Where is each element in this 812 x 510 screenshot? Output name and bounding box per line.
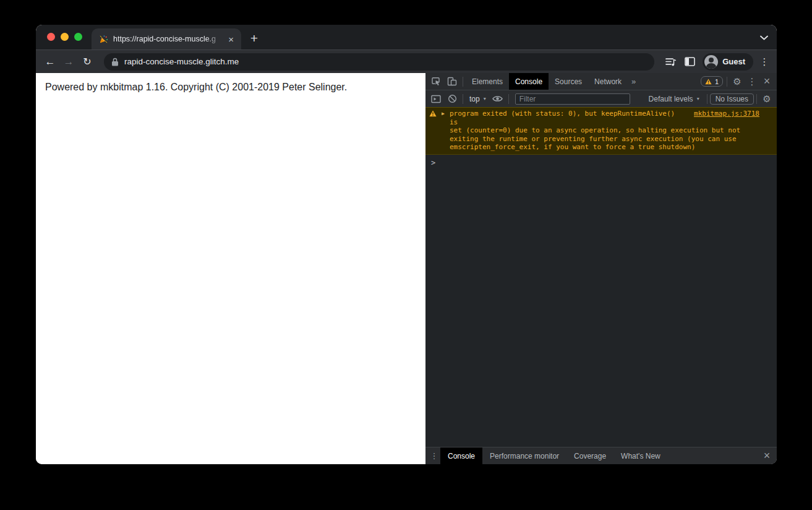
back-button[interactable]: ← (41, 53, 59, 71)
side-panel-icon[interactable] (680, 53, 699, 71)
divider (756, 94, 757, 104)
devtools-drawer: ⋮ Console Performance monitor Coverage W… (425, 447, 777, 464)
divider (463, 77, 463, 87)
log-levels-label: Default levels (649, 95, 693, 103)
forward-button[interactable]: → (59, 53, 78, 71)
warning-line: emscripten_force_exit, if you want to fo… (450, 143, 772, 152)
warning-count: 1 (715, 78, 719, 85)
lock-icon[interactable] (111, 58, 119, 66)
clear-console-icon[interactable] (444, 91, 460, 107)
tab-network[interactable]: Network (588, 73, 628, 90)
drawer-tab-console[interactable]: Console (440, 447, 482, 464)
browser-tab[interactable]: https://rapid-concise-muscle.g × (92, 28, 241, 50)
divider (707, 94, 707, 104)
console-prompt[interactable]: > (425, 155, 777, 166)
console-settings-gear-icon[interactable]: ⚙ (759, 91, 774, 107)
tab-sources[interactable]: Sources (549, 73, 588, 90)
devtools-panel: Elements Console Sources Network » 1 ⚙ ⋮ (425, 73, 777, 464)
warning-line: program exited (with status: 0), but kee… (450, 110, 686, 126)
close-window-button[interactable] (47, 33, 55, 41)
source-location-link[interactable]: mkbitmap.js:3718 (686, 110, 759, 126)
context-selector[interactable]: top ▾ (466, 95, 490, 103)
no-issues-button[interactable]: No Issues (710, 93, 754, 105)
reload-button[interactable]: ↻ (78, 53, 96, 71)
web-page: Powered by mkbitmap 1.16. Copyright (C) … (36, 73, 425, 464)
console-sidebar-icon[interactable] (428, 91, 444, 107)
warning-line: set (counter=0) due to an async operatio… (450, 126, 772, 135)
divider (508, 94, 509, 104)
console-filter-input[interactable] (515, 93, 630, 105)
warning-line: exiting the runtime or preventing furthe… (450, 135, 772, 144)
live-expression-eye-icon[interactable] (490, 91, 506, 107)
tab-strip-chevron-down-icon[interactable] (757, 31, 771, 45)
warning-text: ▶ program exited (with status: 0), but k… (442, 110, 772, 152)
drawer-tab-performance-monitor[interactable]: Performance monitor (482, 447, 566, 464)
tab-strip: https://rapid-concise-muscle.g × + (36, 25, 777, 50)
drawer-tab-coverage[interactable]: Coverage (566, 447, 613, 464)
address-bar[interactable]: rapid-concise-muscle.glitch.me (104, 53, 654, 71)
tab-close-icon[interactable]: × (226, 33, 236, 45)
drawer-close-icon[interactable]: × (759, 448, 774, 464)
chevron-down-icon: ▾ (484, 96, 486, 102)
tab-elements[interactable]: Elements (466, 73, 509, 90)
url-text: rapid-concise-muscle.glitch.me (124, 57, 239, 66)
device-toolbar-icon[interactable] (444, 74, 460, 90)
devtools-close-icon[interactable]: × (759, 74, 774, 90)
devtools-tabbar: Elements Console Sources Network » 1 ⚙ ⋮ (425, 73, 777, 90)
drawer-tab-whats-new[interactable]: What's New (613, 447, 668, 464)
inspect-element-icon[interactable] (428, 74, 444, 90)
warning-triangle-icon (705, 79, 712, 85)
divider (727, 77, 727, 87)
devtools-menu-icon[interactable]: ⋮ (745, 74, 759, 90)
console-toolbar: top ▾ Default levels ▾ No Issues (425, 90, 777, 107)
minimize-window-button[interactable] (61, 33, 69, 41)
media-controls-icon[interactable] (662, 53, 680, 71)
new-tab-button[interactable]: + (246, 30, 263, 47)
browser-menu-icon[interactable]: ⋮ (757, 56, 772, 67)
drawer-menu-icon[interactable]: ⋮ (428, 451, 440, 460)
console-messages: ▶ program exited (with status: 0), but k… (425, 107, 777, 447)
guest-avatar (704, 55, 718, 69)
tab-console[interactable]: Console (509, 73, 549, 90)
browser-window: https://rapid-concise-muscle.g × + ← → ↻… (36, 25, 777, 464)
log-levels-selector[interactable]: Default levels ▾ (644, 95, 704, 103)
traffic-lights (47, 33, 82, 41)
chevron-down-icon: ▾ (697, 96, 699, 102)
issues-warning-badge[interactable]: 1 (701, 76, 723, 87)
divider (463, 94, 463, 104)
profile-button[interactable]: Guest (703, 53, 753, 71)
more-tabs-icon[interactable]: » (628, 77, 639, 86)
console-warning-message[interactable]: ▶ program exited (with status: 0), but k… (425, 107, 777, 155)
context-label: top (469, 95, 480, 103)
page-body-text: Powered by mkbitmap 1.16. Copyright (C) … (36, 73, 425, 93)
warning-triangle-icon (429, 110, 442, 152)
party-popper-favicon-icon (99, 35, 108, 44)
expand-triangle-icon[interactable]: ▶ (442, 110, 450, 126)
window-content: Powered by mkbitmap 1.16. Copyright (C) … (36, 73, 777, 464)
profile-label: Guest (722, 57, 745, 66)
browser-toolbar: ← → ↻ rapid-concise-muscle.glitch.me (36, 50, 777, 73)
zoom-window-button[interactable] (74, 33, 82, 41)
tab-title: https://rapid-concise-muscle.g (113, 35, 226, 43)
devtools-settings-gear-icon[interactable]: ⚙ (730, 74, 745, 90)
